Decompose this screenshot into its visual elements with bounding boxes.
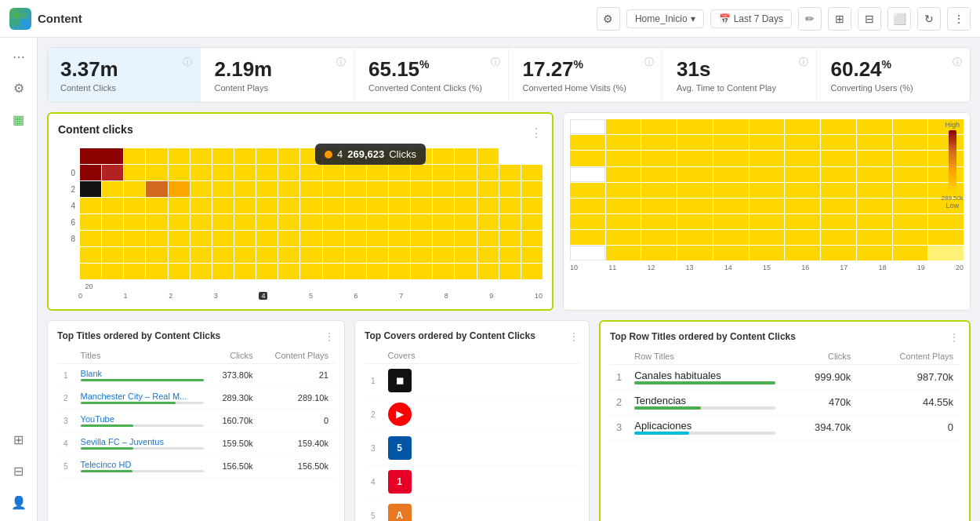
export-icon-btn[interactable]: ⬜ <box>887 7 911 31</box>
heatmap-cell <box>278 198 299 213</box>
sidebar-dots[interactable]: ⋯ <box>6 44 31 69</box>
top-rows-menu[interactable]: ⋮ <box>949 331 960 344</box>
row-plays: 987.70k <box>857 365 960 390</box>
metric-value-1: 2.19m <box>215 57 342 82</box>
right-heatmap-cell <box>785 151 820 166</box>
table-row: 2 Manchester City – Real M... 289.30k 28… <box>57 387 335 410</box>
row-progress-bar <box>81 447 134 450</box>
row-rank: 3 <box>57 410 74 432</box>
color-scale: High 289.50k Low <box>942 121 964 209</box>
right-heatmap-cell <box>785 199 820 213</box>
x-label-5: 5 <box>309 292 313 300</box>
x-label-3: 3 <box>214 292 218 300</box>
top-covers-menu[interactable]: ⋮ <box>568 330 579 343</box>
right-heatmap-cell <box>713 135 749 150</box>
heatmap-cell <box>191 165 212 180</box>
heatmap-cell <box>477 247 499 263</box>
edit-icon-btn[interactable]: ✏ <box>798 7 822 31</box>
right-heatmap-cell <box>821 183 856 198</box>
right-heatmap-cell <box>677 214 713 229</box>
home-inicio-dropdown[interactable]: Home_Inicio ▾ <box>626 9 704 28</box>
heatmap-cell <box>367 247 388 263</box>
scale-value: 289.50k <box>942 195 964 202</box>
right-heatmap-cell <box>750 214 785 229</box>
heatmap-cell <box>102 264 123 279</box>
row-title-name[interactable]: YouTube <box>81 414 204 424</box>
heatmap-cell <box>102 198 123 213</box>
metric-value-0: 3.37m <box>60 57 187 82</box>
heatmap-cell <box>433 181 454 197</box>
metric-info-icon-5[interactable]: ⓘ <box>953 56 962 69</box>
sidebar-settings[interactable]: ⚙ <box>6 75 31 100</box>
metric-info-icon-2[interactable]: ⓘ <box>491 56 500 69</box>
row-bar-bg <box>634 406 775 410</box>
table-row: 1 Canales habituales 999.90k 987.70k <box>610 365 960 390</box>
heatmap-cell <box>146 264 167 279</box>
metric-info-icon-1[interactable]: ⓘ <box>336 56 346 69</box>
heatmap-cell <box>234 231 256 246</box>
heatmap-cell <box>212 181 234 197</box>
heatmap-cell <box>191 148 212 164</box>
right-heatmap-cell <box>641 246 677 260</box>
heatmap-y-label: 4 <box>58 202 78 210</box>
right-heatmap-cell <box>857 135 892 150</box>
right-heatmap-cell <box>606 246 641 260</box>
row-clicks: 470k <box>782 390 857 415</box>
metric-info-icon-3[interactable]: ⓘ <box>644 56 654 69</box>
refresh-icon-btn[interactable]: ↻ <box>917 7 941 31</box>
heatmap-cell <box>521 181 543 197</box>
sidebar-chart[interactable]: ▦ <box>6 107 31 132</box>
sidebar-grid2[interactable]: ⊟ <box>6 458 31 483</box>
heatmap-cell <box>499 165 521 180</box>
right-heatmap-cell <box>750 183 785 198</box>
row-title-name[interactable]: Aplicaciones <box>634 420 775 432</box>
metric-info-icon-0[interactable]: ⓘ <box>183 56 192 69</box>
sidebar-grid1[interactable]: ⊞ <box>6 427 31 452</box>
heatmap-cell <box>499 264 521 279</box>
right-heatmap-cell <box>606 230 641 245</box>
right-heatmap-cell <box>821 246 856 260</box>
heatmap-cell <box>256 247 278 263</box>
row-title-name[interactable]: Manchester City – Real M... <box>81 392 204 401</box>
metric-converting-users: ⓘ 60.24% Converting Users (%) <box>818 48 971 102</box>
metric-info-icon-4[interactable]: ⓘ <box>799 56 808 69</box>
right-heatmap-cell <box>750 167 785 182</box>
heatmap-cell <box>146 214 167 230</box>
row-title-name[interactable]: Blank <box>81 369 204 378</box>
metric-content-clicks: ⓘ 3.37m Content Clicks <box>48 48 201 102</box>
right-heatmap-cell <box>641 119 677 134</box>
row-title-name[interactable]: Telecinco HD <box>81 460 204 469</box>
metrics-row: ⓘ 3.37m Content Clicks ⓘ 2.19m Content P… <box>47 47 971 103</box>
filter1-icon-btn[interactable]: ⊞ <box>828 7 851 31</box>
filter2-icon-btn[interactable]: ⊟ <box>858 7 881 31</box>
heatmap-cell <box>102 247 123 263</box>
top-titles-table: Titles Clicks Content Plays 1 Blank 373.… <box>57 348 335 478</box>
content-clicks-menu[interactable]: ⋮ <box>530 126 543 140</box>
x-label-10: 10 <box>535 292 543 300</box>
col-clicks: Clicks <box>210 348 260 364</box>
row-title-name[interactable]: Canales habituales <box>634 370 775 381</box>
right-heatmap-cell <box>785 167 820 182</box>
right-heatmap-cell <box>821 167 856 182</box>
row-clicks: 394.70k <box>782 415 857 440</box>
right-heatmap-cell <box>713 199 749 213</box>
heatmap-cell <box>278 214 299 230</box>
heatmap-cell <box>323 148 344 164</box>
table-row: 1 ◼ <box>365 364 579 398</box>
heatmap-cell <box>499 181 521 197</box>
right-heatmap-cell <box>641 151 677 166</box>
settings-icon-btn[interactable]: ⚙ <box>597 7 620 31</box>
heatmap-cell <box>256 181 278 197</box>
heatmap-cell <box>477 264 499 279</box>
top-titles-menu[interactable]: ⋮ <box>324 330 335 343</box>
heatmap-cell <box>278 148 299 164</box>
more-icon-btn[interactable]: ⋮ <box>947 7 971 31</box>
right-heatmap-cell <box>570 199 605 213</box>
row-title-name[interactable]: Sevilla FC – Juventus <box>81 437 204 446</box>
heatmap-cell <box>102 181 123 197</box>
sidebar-user[interactable]: 👤 <box>6 490 31 515</box>
row-title-name[interactable]: Tendencias <box>634 395 775 406</box>
heatmap-cell <box>477 214 499 230</box>
date-range-btn[interactable]: 📅 Last 7 Days <box>710 9 792 28</box>
x-label-7: 7 <box>399 292 403 300</box>
